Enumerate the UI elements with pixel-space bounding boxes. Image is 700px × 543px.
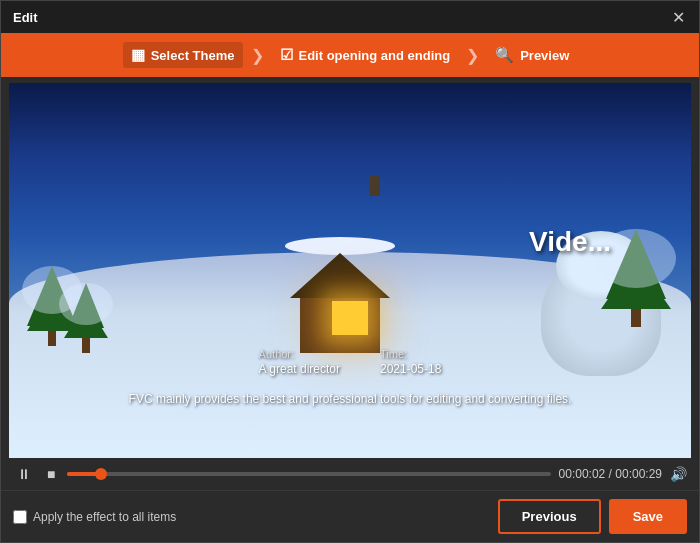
- author-value: A great director: [259, 362, 340, 376]
- preview-label: Preview: [520, 48, 569, 63]
- close-button[interactable]: ✕: [669, 8, 687, 26]
- tree-left-2: [64, 283, 108, 353]
- cabin-window: [332, 301, 368, 335]
- window-title: Edit: [13, 10, 38, 25]
- edit-opening-icon: ☑: [280, 46, 293, 64]
- apply-all-checkbox[interactable]: [13, 510, 27, 524]
- video-description: FVC mainly provides the best and profess…: [129, 392, 572, 406]
- previous-button[interactable]: Previous: [498, 499, 601, 534]
- video-title-overlay: Vide...: [529, 226, 611, 258]
- play-pause-button[interactable]: ⏸: [13, 464, 35, 484]
- cabin: [290, 263, 390, 353]
- cabin-body: [300, 298, 380, 353]
- bottom-bar: Apply the effect to all items Previous S…: [1, 490, 699, 542]
- select-theme-icon: ▦: [131, 46, 145, 64]
- video-area: Vide... Author: A great director Time: 2…: [9, 83, 691, 458]
- time-display: 00:00:02 / 00:00:29: [559, 467, 662, 481]
- author-label: Author:: [259, 348, 294, 360]
- video-preview: Vide... Author: A great director Time: 2…: [9, 83, 691, 458]
- time-value: 2021-05-18: [380, 362, 441, 376]
- toolbar-edit-opening[interactable]: ☑ Edit opening and ending: [272, 42, 459, 68]
- time-group: Time: 2021-05-18: [380, 348, 441, 376]
- tree-right-1: [601, 229, 671, 327]
- toolbar-preview[interactable]: 🔍 Preview: [487, 42, 577, 68]
- progress-bar[interactable]: [67, 472, 550, 476]
- separator-2: ❯: [466, 46, 479, 65]
- chimney: [370, 176, 380, 196]
- progress-thumb: [95, 468, 107, 480]
- controls-bar: ⏸ ■ 00:00:02 / 00:00:29 🔊: [1, 458, 699, 490]
- edit-window: Edit ✕ ▦ Select Theme ❯ ☑ Edit opening a…: [0, 0, 700, 543]
- preview-icon: 🔍: [495, 46, 514, 64]
- select-theme-label: Select Theme: [151, 48, 235, 63]
- apply-all-text: Apply the effect to all items: [33, 510, 176, 524]
- video-meta: Author: A great director Time: 2021-05-1…: [259, 348, 442, 376]
- apply-all-label[interactable]: Apply the effect to all items: [13, 510, 176, 524]
- toolbar: ▦ Select Theme ❯ ☑ Edit opening and endi…: [1, 33, 699, 77]
- current-time: 00:00:02: [559, 467, 606, 481]
- action-buttons: Previous Save: [498, 499, 687, 534]
- save-button[interactable]: Save: [609, 499, 687, 534]
- stop-button[interactable]: ■: [43, 464, 59, 484]
- time-label: Time:: [380, 348, 407, 360]
- edit-opening-label: Edit opening and ending: [299, 48, 451, 63]
- separator-1: ❯: [251, 46, 264, 65]
- author-group: Author: A great director: [259, 348, 340, 376]
- title-bar: Edit ✕: [1, 1, 699, 33]
- cabin-roof: [290, 253, 390, 298]
- toolbar-select-theme[interactable]: ▦ Select Theme: [123, 42, 243, 68]
- total-time: 00:00:29: [615, 467, 662, 481]
- volume-icon[interactable]: 🔊: [670, 466, 687, 482]
